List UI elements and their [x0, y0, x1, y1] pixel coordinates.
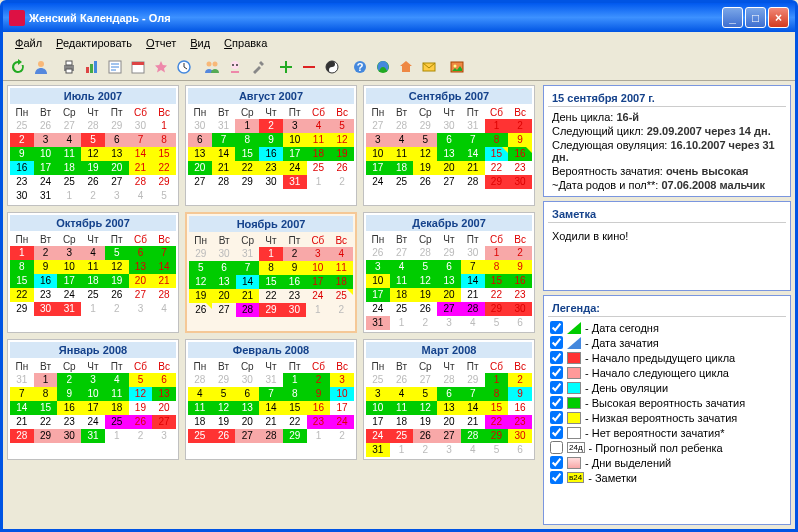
- day-cell[interactable]: 16: [259, 147, 283, 161]
- day-cell[interactable]: 21: [461, 288, 485, 302]
- day-cell[interactable]: 13: [152, 387, 176, 401]
- day-cell[interactable]: 18: [390, 161, 414, 175]
- day-cell[interactable]: 12: [81, 147, 105, 161]
- day-cell[interactable]: 19: [212, 415, 236, 429]
- day-cell[interactable]: 10: [57, 260, 81, 274]
- day-cell[interactable]: 10: [81, 387, 105, 401]
- day-cell[interactable]: 25: [188, 429, 212, 443]
- day-cell[interactable]: 2: [129, 429, 153, 443]
- day-cell[interactable]: 2: [34, 246, 58, 260]
- day-cell[interactable]: 4: [461, 316, 485, 330]
- day-cell[interactable]: 24: [330, 415, 354, 429]
- day-cell[interactable]: 1: [485, 119, 509, 133]
- clock-icon[interactable]: [173, 56, 195, 78]
- day-cell[interactable]: 11: [307, 133, 331, 147]
- day-cell[interactable]: 10: [306, 261, 329, 275]
- refresh-icon[interactable]: [7, 56, 29, 78]
- baby-icon[interactable]: [224, 56, 246, 78]
- day-cell[interactable]: 28: [129, 175, 153, 189]
- day-cell[interactable]: 6: [437, 260, 461, 274]
- day-cell[interactable]: 9: [508, 260, 532, 274]
- day-cell[interactable]: 4: [152, 302, 176, 316]
- legend-check-gender[interactable]: [550, 441, 563, 454]
- day-cell[interactable]: 14: [212, 147, 236, 161]
- day-cell[interactable]: 22: [485, 288, 509, 302]
- day-cell[interactable]: 11: [390, 401, 414, 415]
- day-cell[interactable]: 10: [330, 387, 354, 401]
- day-cell[interactable]: 31: [81, 429, 105, 443]
- day-cell[interactable]: 30: [259, 175, 283, 189]
- day-cell[interactable]: 25: [10, 119, 34, 133]
- day-cell[interactable]: 17: [306, 275, 329, 289]
- day-cell[interactable]: 10: [366, 147, 390, 161]
- day-cell[interactable]: 17: [366, 161, 390, 175]
- day-cell[interactable]: 30: [212, 247, 235, 261]
- day-cell[interactable]: 7: [129, 133, 153, 147]
- day-cell[interactable]: 29: [189, 247, 212, 261]
- day-cell[interactable]: 21: [212, 161, 236, 175]
- day-cell[interactable]: 26: [129, 415, 153, 429]
- day-cell[interactable]: 23: [508, 288, 532, 302]
- day-cell[interactable]: 8: [152, 133, 176, 147]
- day-cell[interactable]: 27: [437, 175, 461, 189]
- day-cell[interactable]: 1: [390, 443, 414, 457]
- day-cell[interactable]: 26: [413, 175, 437, 189]
- day-cell[interactable]: 30: [235, 373, 259, 387]
- day-cell[interactable]: 31: [366, 316, 390, 330]
- day-cell[interactable]: 28: [212, 175, 236, 189]
- day-cell[interactable]: 31: [10, 373, 34, 387]
- day-cell[interactable]: 10: [366, 274, 390, 288]
- day-cell[interactable]: 2: [508, 373, 532, 387]
- day-cell[interactable]: 12: [129, 387, 153, 401]
- day-cell[interactable]: 4: [390, 387, 414, 401]
- day-cell[interactable]: 12: [189, 275, 212, 289]
- day-cell[interactable]: 7: [10, 387, 34, 401]
- day-cell[interactable]: 11: [390, 274, 414, 288]
- day-cell[interactable]: 4: [57, 133, 81, 147]
- day-cell[interactable]: 24: [306, 289, 329, 303]
- day-cell[interactable]: 14: [461, 401, 485, 415]
- day-cell[interactable]: 25: [81, 288, 105, 302]
- day-cell[interactable]: 13: [129, 260, 153, 274]
- day-cell[interactable]: 7: [461, 260, 485, 274]
- day-cell[interactable]: 15: [485, 274, 509, 288]
- day-cell[interactable]: 21: [461, 415, 485, 429]
- day-cell[interactable]: 7: [461, 133, 485, 147]
- day-cell[interactable]: 2: [57, 373, 81, 387]
- day-cell[interactable]: 11: [81, 260, 105, 274]
- day-cell[interactable]: 20: [152, 401, 176, 415]
- day-cell[interactable]: 14: [461, 147, 485, 161]
- day-cell[interactable]: 3: [437, 443, 461, 457]
- close-button[interactable]: ×: [768, 7, 789, 28]
- day-cell[interactable]: 6: [235, 387, 259, 401]
- home-icon[interactable]: [395, 56, 417, 78]
- day-cell[interactable]: 13: [105, 147, 129, 161]
- day-cell[interactable]: 8: [235, 133, 259, 147]
- day-cell[interactable]: 2: [283, 247, 306, 261]
- day-cell[interactable]: 14: [259, 401, 283, 415]
- day-cell[interactable]: 17: [330, 401, 354, 415]
- day-cell[interactable]: 12: [330, 133, 354, 147]
- day-cell[interactable]: 6: [437, 133, 461, 147]
- day-cell[interactable]: 5: [129, 373, 153, 387]
- day-cell[interactable]: 7: [152, 246, 176, 260]
- day-cell[interactable]: 30: [129, 119, 153, 133]
- day-cell[interactable]: 11: [57, 147, 81, 161]
- add-icon[interactable]: [275, 56, 297, 78]
- day-cell[interactable]: 29: [485, 429, 509, 443]
- day-cell[interactable]: 26: [189, 303, 212, 317]
- day-cell[interactable]: 27: [129, 288, 153, 302]
- day-cell[interactable]: 12: [105, 260, 129, 274]
- day-cell[interactable]: 26: [81, 175, 105, 189]
- day-cell[interactable]: 9: [34, 260, 58, 274]
- day-cell[interactable]: 24: [366, 302, 390, 316]
- day-cell[interactable]: 7: [236, 261, 259, 275]
- legend-check-low[interactable]: [550, 411, 563, 424]
- day-cell[interactable]: 27: [366, 119, 390, 133]
- day-cell[interactable]: 24: [57, 288, 81, 302]
- day-cell[interactable]: 11: [188, 401, 212, 415]
- day-cell[interactable]: 28: [461, 302, 485, 316]
- day-cell[interactable]: 4: [461, 443, 485, 457]
- chart-icon[interactable]: [81, 56, 103, 78]
- day-cell[interactable]: 2: [508, 246, 532, 260]
